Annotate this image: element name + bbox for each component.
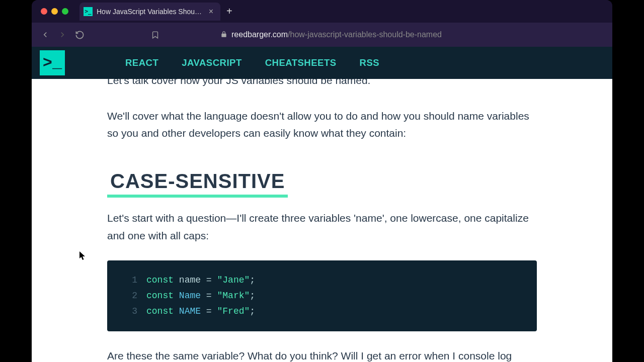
lock-icon <box>220 31 227 39</box>
bookmark-button[interactable] <box>151 31 159 39</box>
paragraph-2: Let's start with a question—I'll create … <box>107 210 537 244</box>
browser-window: >_ How JavaScript Variables Shoul… × + r… <box>32 0 612 362</box>
minimize-window-button[interactable] <box>51 8 58 15</box>
url-path: /how-javascript-variables-should-be-name… <box>288 30 442 39</box>
line-number: 2 <box>121 288 137 304</box>
code-block: 1 const name = "Jane"; 2 const Name = "M… <box>107 260 537 331</box>
nav-react[interactable]: REACT <box>125 57 158 68</box>
url-bar[interactable]: reedbarger.com/how-javascript-variables-… <box>168 30 495 39</box>
code-line-3: 3 const NAME = "Fred"; <box>121 304 523 319</box>
new-tab-button[interactable]: + <box>226 6 232 17</box>
back-button[interactable] <box>41 30 50 39</box>
maximize-window-button[interactable] <box>62 8 68 15</box>
traffic-lights <box>41 8 68 15</box>
close-window-button[interactable] <box>41 8 47 15</box>
url-text: reedbarger.com/how-javascript-variables-… <box>231 30 442 39</box>
mouse-cursor-icon <box>79 251 87 260</box>
code-line-2: 2 const Name = "Mark"; <box>121 288 523 304</box>
reload-button[interactable] <box>75 30 85 40</box>
article-content: Let's talk cover how your JS variables s… <box>32 79 612 362</box>
nav-bar: reedbarger.com/how-javascript-variables-… <box>32 23 612 47</box>
url-domain: reedbarger.com <box>231 30 288 39</box>
paragraph-intro-cut: Let's talk cover how your JS variables s… <box>107 79 537 89</box>
paragraph-3: Are these the same variable? What do you… <box>107 347 537 362</box>
nav-javascript[interactable]: JAVASCRIPT <box>182 57 242 68</box>
browser-tab[interactable]: >_ How JavaScript Variables Shoul… × <box>79 3 220 21</box>
site-header: >_ REACT JAVASCRIPT CHEATSHEETS RSS <box>32 47 612 79</box>
site-nav: REACT JAVASCRIPT CHEATSHEETS RSS <box>125 57 379 68</box>
line-number: 1 <box>121 273 137 288</box>
heading-case-sensitive: CASE-SENSITIVE <box>107 164 288 198</box>
tab-close-icon[interactable]: × <box>207 7 215 16</box>
title-bar: >_ How JavaScript Variables Shoul… × + <box>32 0 612 23</box>
tab-favicon-icon: >_ <box>84 7 93 16</box>
nav-rss[interactable]: RSS <box>360 57 380 68</box>
line-number: 3 <box>121 304 137 319</box>
forward-button[interactable] <box>58 30 67 39</box>
nav-cheatsheets[interactable]: CHEATSHEETS <box>265 57 337 68</box>
paragraph-1: We'll cover what the language doesn't al… <box>107 108 537 142</box>
code-line-1: 1 const name = "Jane"; <box>121 273 523 288</box>
tab-title: How JavaScript Variables Shoul… <box>97 8 203 16</box>
site-logo-icon[interactable]: >_ <box>40 50 65 75</box>
